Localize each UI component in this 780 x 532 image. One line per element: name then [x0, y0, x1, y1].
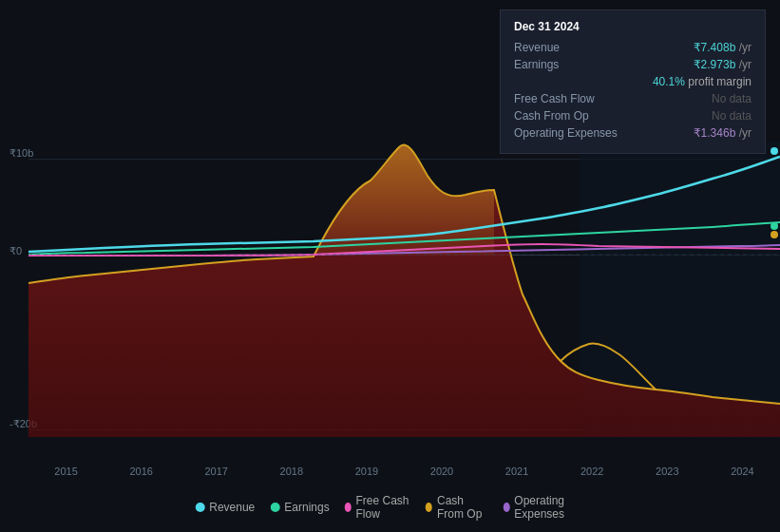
legend-label-cfo: Cash From Op	[437, 494, 488, 521]
legend-dot-earnings	[270, 503, 279, 512]
tooltip-row-earnings: Earnings ₹2.973b /yr	[514, 58, 751, 71]
legend-item-revenue: Revenue	[195, 501, 255, 514]
tooltip-date: Dec 31 2024	[514, 20, 751, 33]
legend-item-cfo: Cash From Op	[426, 494, 487, 521]
tooltip-value-cfo: No data	[712, 109, 751, 123]
tooltip-value-fcf: No data	[712, 92, 751, 105]
tooltip-label-earnings: Earnings	[514, 58, 628, 71]
tooltip-row-opex: Operating Expenses ₹1.346b /yr	[514, 126, 751, 140]
legend-dot-fcf	[345, 503, 352, 512]
right-indicator-earnings	[770, 222, 778, 230]
x-labels: 2015 2016 2017 2018 2019 2020 2021 2022 …	[29, 466, 780, 477]
tooltip-label-fcf: Free Cash Flow	[514, 92, 628, 105]
x-label-2018: 2018	[280, 466, 303, 477]
tooltip-value-earnings: ₹2.973b /yr	[694, 58, 751, 71]
tooltip-row-margin: 40.1% profit margin	[514, 75, 751, 88]
x-label-2021: 2021	[505, 466, 528, 477]
tooltip-row-cfo: Cash From Op No data	[514, 109, 751, 123]
legend-item-opex: Operating Expenses	[503, 494, 584, 521]
tooltip-label-revenue: Revenue	[514, 41, 628, 54]
legend-dot-cfo	[426, 503, 432, 512]
legend-label-fcf: Free Cash Flow	[355, 494, 410, 521]
legend-label-revenue: Revenue	[209, 501, 255, 514]
legend-label-opex: Operating Expenses	[514, 494, 584, 521]
tooltip-label-opex: Operating Expenses	[514, 126, 628, 140]
x-label-2019: 2019	[355, 466, 378, 477]
chart-svg	[29, 142, 780, 437]
x-label-2016: 2016	[129, 466, 152, 477]
tooltip-row-revenue: Revenue ₹7.408b /yr	[514, 41, 751, 54]
tooltip-label-cfo: Cash From Op	[514, 109, 628, 123]
legend-item-earnings: Earnings	[270, 501, 329, 514]
right-indicator-cfo	[770, 231, 778, 238]
tooltip-value-revenue: ₹7.408b /yr	[694, 41, 751, 54]
legend-dot-opex	[503, 503, 509, 512]
tooltip: Dec 31 2024 Revenue ₹7.408b /yr Earnings…	[500, 10, 766, 154]
tooltip-value-margin: 40.1% profit margin	[653, 75, 751, 88]
x-label-2023: 2023	[656, 466, 678, 477]
x-label-2024: 2024	[731, 466, 753, 477]
chart-container: Dec 31 2024 Revenue ₹7.408b /yr Earnings…	[0, 0, 780, 532]
x-label-2020: 2020	[430, 466, 453, 477]
x-label-2017: 2017	[204, 466, 227, 477]
right-indicator-revenue	[770, 147, 778, 155]
tooltip-row-fcf: Free Cash Flow No data	[514, 92, 751, 105]
legend-item-fcf: Free Cash Flow	[345, 494, 411, 521]
legend-label-earnings: Earnings	[284, 501, 329, 514]
tooltip-value-opex: ₹1.346b /yr	[694, 126, 751, 140]
x-label-2022: 2022	[580, 466, 603, 477]
legend: Revenue Earnings Free Cash Flow Cash Fro…	[195, 494, 585, 521]
legend-dot-revenue	[195, 503, 204, 512]
x-label-2015: 2015	[54, 466, 77, 477]
y-label-0: ₹0	[10, 245, 22, 257]
